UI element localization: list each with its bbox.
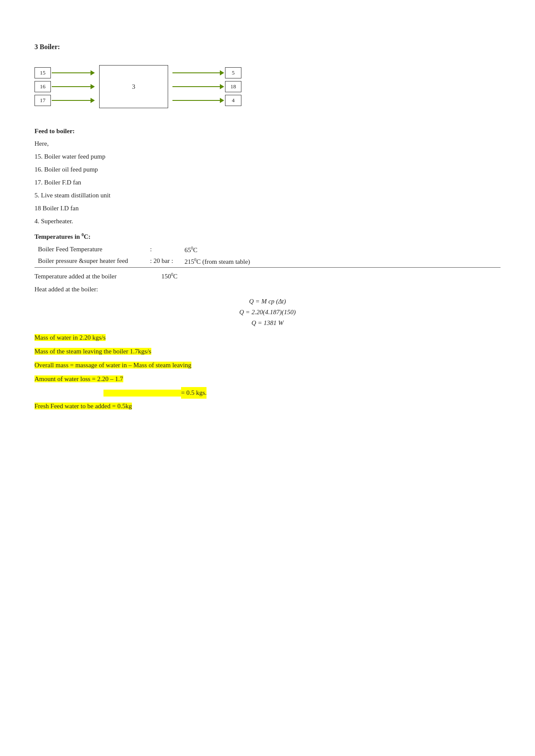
formula-2: Q = 2.20(4.187)(150) bbox=[34, 309, 501, 316]
right-arrows bbox=[172, 67, 224, 106]
formula-3: Q = 1381 W bbox=[34, 319, 501, 327]
highlight-text-4: Amount of water loss = 2.20 – 1.7 bbox=[34, 375, 123, 382]
temp-label-2: Boiler pressure &super heater feed bbox=[34, 256, 147, 268]
temp-value-1: 650C bbox=[181, 244, 501, 256]
left-input-boxes: 15 16 17 bbox=[34, 67, 51, 106]
box-5: 5 bbox=[225, 67, 241, 78]
item-18: 18 Boiler I.D fan bbox=[34, 203, 501, 213]
highlight-1: Mass of water in 2.20 kgs/s bbox=[34, 332, 501, 344]
item-5: 5. Live steam distillation unit bbox=[34, 190, 501, 200]
temperatures-section: Temperatures in 0C: Boiler Feed Temperat… bbox=[34, 232, 501, 327]
highlight-4: Amount of water loss = 2.20 – 1.7 bbox=[34, 373, 501, 385]
feed-section: Feed to boiler: Here, 15. Boiler water f… bbox=[34, 128, 501, 226]
arrow-3 bbox=[52, 95, 95, 106]
highlight-text-2: Mass of the steam leaving the boiler 1.7… bbox=[34, 348, 151, 355]
arrow-r2 bbox=[172, 81, 224, 92]
heat-added-label: Heat added at the boiler: bbox=[34, 284, 501, 294]
highlight-text-3: Overall mass = massage of water in – Mas… bbox=[34, 362, 191, 369]
box-15: 15 bbox=[34, 67, 51, 78]
arrow-r1 bbox=[172, 67, 224, 78]
temp-value-2: 2150C (from steam table) bbox=[181, 256, 501, 268]
formula-1: Q = M cp (Δt) bbox=[34, 298, 501, 305]
arrow-2 bbox=[52, 81, 95, 92]
boiler-heading: 3 Boiler: bbox=[34, 43, 501, 51]
temp-colon-2: : 20 bar : bbox=[147, 256, 181, 268]
highlight-2: Mass of the steam leaving the boiler 1.7… bbox=[34, 346, 501, 357]
highlight-text-1: Mass of water in 2.20 kgs/s bbox=[34, 334, 106, 341]
blank-highlight-span bbox=[103, 390, 181, 397]
box-4: 4 bbox=[225, 95, 241, 106]
center-box: 3 bbox=[99, 65, 168, 108]
temperatures-table: Boiler Feed Temperature : 650C Boiler pr… bbox=[34, 244, 501, 268]
temp-row-1: Boiler Feed Temperature : 650C bbox=[34, 244, 501, 256]
temperatures-heading: Temperatures in 0C: bbox=[34, 232, 501, 241]
temp-added-label: Temperature added at the boiler bbox=[34, 273, 117, 280]
item-17: 17. Boiler F.D fan bbox=[34, 177, 501, 187]
equals-line: = 0.5 kgs. bbox=[34, 387, 501, 399]
temp-added-value: 1500C bbox=[161, 273, 178, 280]
arrow-r3 bbox=[172, 95, 224, 106]
highlight-3: Overall mass = massage of water in – Mas… bbox=[34, 359, 501, 371]
equals-value: = 0.5 kgs. bbox=[181, 387, 206, 399]
right-output-boxes: 5 18 4 bbox=[225, 67, 241, 106]
item-15: 15. Boiler water feed pump bbox=[34, 151, 501, 162]
boiler-diagram: 15 16 17 3 bbox=[34, 59, 501, 115]
temp-colon-1: : bbox=[147, 244, 181, 256]
item-4: 4. Superheater. bbox=[34, 216, 501, 226]
box-16: 16 bbox=[34, 81, 51, 92]
feed-heading: Feed to boiler: bbox=[34, 128, 501, 135]
arrow-1 bbox=[52, 67, 95, 78]
temp-label-1: Boiler Feed Temperature bbox=[34, 244, 147, 256]
left-arrows bbox=[52, 67, 95, 106]
here-label: Here, bbox=[34, 138, 501, 149]
box-17: 17 bbox=[34, 95, 51, 106]
item-16: 16. Boiler oil feed pump bbox=[34, 164, 501, 175]
box-18: 18 bbox=[225, 81, 241, 92]
highlight-5: Fresh Feed water to be added = 0.5kg bbox=[34, 400, 501, 412]
highlighted-section: Mass of water in 2.20 kgs/s Mass of the … bbox=[34, 332, 501, 412]
temp-added-row: Temperature added at the boiler 1500C bbox=[34, 271, 501, 281]
highlight-text-5: Fresh Feed water to be added = 0.5kg bbox=[34, 403, 132, 409]
temp-row-2: Boiler pressure &super heater feed : 20 … bbox=[34, 256, 501, 268]
